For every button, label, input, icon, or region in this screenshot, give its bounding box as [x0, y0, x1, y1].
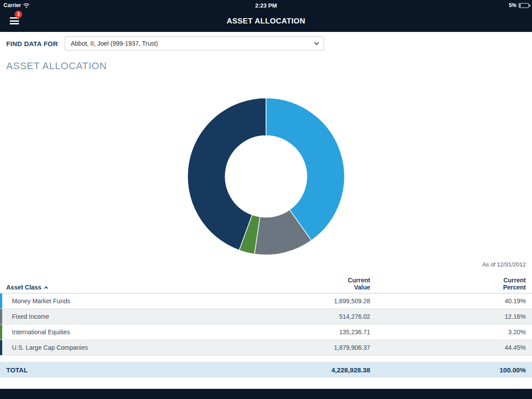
current-percent-cell: 44.45% [370, 344, 532, 351]
table-header-row: Asset Class Current Value Current Percen… [0, 272, 532, 293]
total-percent: 100.00% [370, 366, 532, 374]
asset-class-header-label: Asset Class [6, 284, 41, 291]
current-value-cell: 135,236.71 [213, 329, 370, 336]
sort-header-asset-class[interactable]: Asset Class [0, 284, 213, 291]
current-percent-header: Current Percent [370, 277, 532, 291]
sort-ascending-icon [44, 286, 48, 289]
total-value: 4,228,928.38 [213, 366, 370, 374]
bottom-bar [0, 389, 532, 399]
page-title: ASSET ALLOCATION [0, 17, 532, 26]
section-title: ASSET ALLOCATION [6, 60, 107, 72]
battery-percent-label: 5% [509, 2, 516, 8]
top-bar: Carrier 2:23 PM 5% ASSET ALLOCATION 3 [0, 0, 532, 32]
notification-badge: 3 [15, 11, 22, 18]
client-selector-value: Abbot, II, Joel (999-1937, Trust) [70, 40, 158, 47]
current-percent-cell: 12.16% [370, 313, 532, 320]
chevron-down-icon [314, 40, 319, 45]
current-value-cell: 514,276.02 [213, 313, 370, 320]
table-row[interactable]: U.S. Large Cap Companies 1,879,906.37 44… [0, 340, 532, 356]
menu-button[interactable] [10, 17, 25, 29]
current-percent-cell: 40.19% [370, 297, 532, 305]
find-data-label: FIND DATA FOR [6, 40, 58, 47]
battery-status: 5% [509, 2, 529, 8]
as-of-date: As of 12/31/2012 [482, 261, 526, 268]
asset-allocation-screen: Carrier 2:23 PM 5% ASSET ALLOCATION 3 [0, 0, 532, 399]
asset-class-cell: U.S. Large Cap Companies [2, 344, 213, 351]
donut-chart-container [184, 97, 348, 256]
asset-class-cell: Fixed Income [2, 313, 213, 320]
asset-allocation-donut-chart [184, 97, 348, 256]
asset-class-table: Asset Class Current Value Current Percen… [0, 272, 532, 378]
total-row: TOTAL 4,228,928.38 100.00% [0, 362, 532, 378]
status-bar: Carrier 2:23 PM 5% [0, 0, 532, 12]
title-bar: ASSET ALLOCATION [0, 12, 532, 32]
current-value-header: Current Value [213, 277, 370, 291]
clock: 2:23 PM [0, 2, 532, 9]
asset-class-cell: Money Market Funds [2, 297, 213, 305]
battery-icon [519, 3, 529, 8]
total-label: TOTAL [0, 366, 213, 374]
find-data-bar: FIND DATA FOR Abbot, II, Joel (999-1937,… [0, 32, 532, 55]
table-row[interactable]: Money Market Funds 1,699,509.28 40.19% [0, 293, 532, 309]
asset-class-cell: International Equities [2, 329, 213, 336]
current-value-cell: 1,879,906.37 [213, 344, 370, 351]
client-selector-dropdown[interactable]: Abbot, II, Joel (999-1937, Trust) [65, 36, 324, 51]
current-value-cell: 1,699,509.28 [213, 297, 370, 305]
current-percent-cell: 3.20% [370, 329, 532, 336]
table-row[interactable]: International Equities 135,236.71 3.20% [0, 325, 532, 340]
table-row[interactable]: Fixed Income 514,276.02 12.16% [0, 309, 532, 325]
